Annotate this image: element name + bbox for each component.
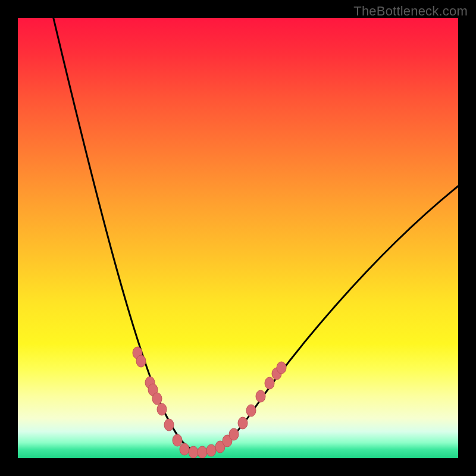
marker-dot <box>180 443 189 455</box>
marker-dot <box>265 377 274 389</box>
marker-dot <box>246 405 256 416</box>
plot-area <box>18 18 458 458</box>
watermark-text: TheBottleneck.com <box>353 4 468 19</box>
marker-dot <box>256 390 265 402</box>
marker-dot <box>152 393 162 405</box>
chart-svg <box>18 18 458 458</box>
marker-dot <box>238 417 248 429</box>
curve-markers <box>133 347 286 458</box>
marker-dot <box>189 446 198 458</box>
chart-frame: TheBottleneck.com <box>0 0 476 476</box>
marker-dot <box>206 444 216 456</box>
marker-dot <box>136 355 146 367</box>
marker-dot <box>229 428 239 440</box>
bottleneck-curve <box>51 18 458 452</box>
marker-dot <box>157 403 167 415</box>
marker-dot <box>198 446 207 458</box>
curve-group <box>51 18 458 452</box>
marker-dot <box>173 434 182 446</box>
marker-dot <box>164 419 174 431</box>
marker-dot <box>277 362 286 374</box>
